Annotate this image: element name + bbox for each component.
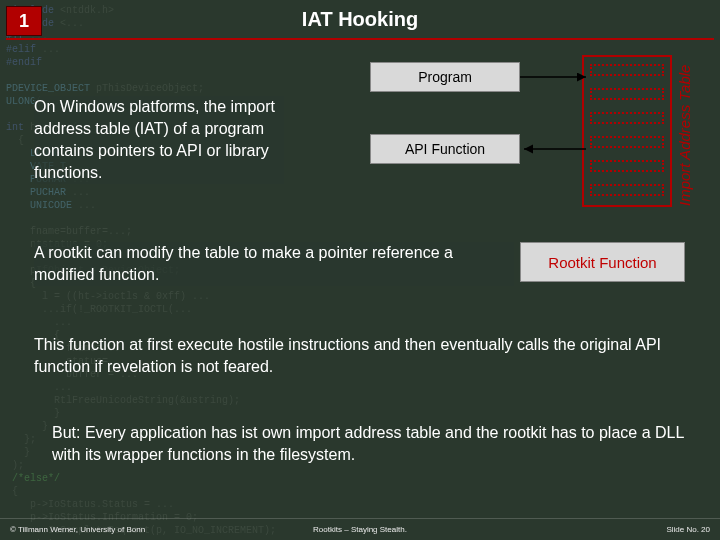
slide: #include <ntddk.h> #include <... #if ...… [0,0,720,540]
diagram: Program API Function Import Address Tabl… [320,52,690,232]
paragraph-1: On Windows platforms, the import address… [34,96,284,184]
program-box-label: Program [418,69,472,85]
iat-entry [590,160,664,172]
iat-entry [590,184,664,196]
footer-left: © Tillmann Werner, University of Bonn [10,525,145,540]
footer-center: Rootkits – Staying Stealth. [313,525,407,534]
api-function-box-label: API Function [405,141,485,157]
footer: © Tillmann Werner, University of Bonn Ro… [0,518,720,540]
iat-entry [590,112,664,124]
content-area: Program API Function Import Address Tabl… [0,46,720,518]
iat-entry [590,88,664,100]
rootkit-function-box-label: Rootkit Function [548,254,656,271]
paragraph-3: This function at first execute hostile i… [34,334,686,378]
program-box: Program [370,62,520,92]
paragraph-4: But: Every application has ist own impor… [52,422,686,466]
api-function-box: API Function [370,134,520,164]
footer-right: Slide No. 20 [666,525,710,540]
iat-entry [590,64,664,76]
rootkit-function-box: Rootkit Function [520,242,685,282]
iat-entry [590,136,664,148]
header: 1 IAT Hooking [0,0,720,40]
slide-title: IAT Hooking [0,8,720,31]
iat-label: Import Address Table [676,65,693,206]
paragraph-2: A rootkit can modify the table to make a… [34,242,514,286]
header-rule [6,38,714,40]
